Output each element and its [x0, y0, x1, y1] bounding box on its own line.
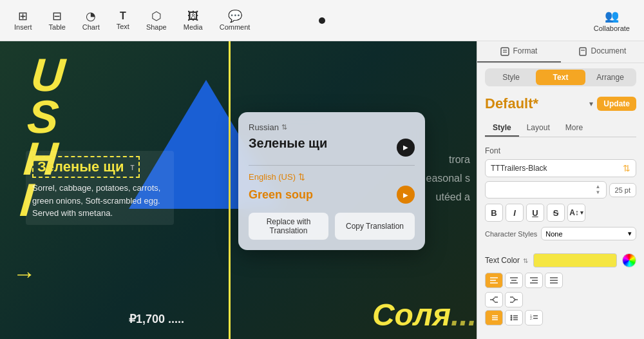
no-list-button[interactable] — [485, 310, 503, 325]
toolbar-chart[interactable]: ◔ Chart — [76, 8, 106, 34]
toolbar-table[interactable]: ⊟ Table — [43, 8, 72, 34]
char-styles-row: Character Styles None ▾ — [485, 227, 636, 240]
strikethrough-button[interactable]: S — [547, 204, 565, 222]
table-label: Table — [49, 23, 66, 31]
replace-translation-button[interactable]: Replace with Translation — [249, 213, 328, 240]
source-text: Зеленые щи — [249, 136, 327, 151]
svg-rect-3 — [580, 48, 586, 55]
font-name-select[interactable]: TTTrailers-Black ⇅ — [485, 159, 636, 177]
translation-popup: Russian ⇅ Зеленые щи ▶ English (US) ⇅ Gr… — [238, 112, 425, 250]
color-wheel-button[interactable] — [622, 253, 636, 267]
right-text-2: easonal s — [426, 170, 471, 188]
toolbar: ⊞ Insert ⊟ Table ◔ Chart T Text ⬡ Shape … — [0, 0, 644, 41]
format-tab-text[interactable]: Text — [536, 70, 585, 85]
target-lang-label: English (US) — [249, 172, 296, 182]
target-lang-arrows: ⇅ — [298, 172, 305, 182]
indent-more-button[interactable] — [505, 292, 523, 307]
price-text: ₽1,700 ..... — [129, 312, 184, 326]
italic-button[interactable]: I — [506, 204, 524, 222]
svg-point-30 — [511, 319, 513, 321]
canvas[interactable]: U S H I Зеленые щи T Sorrel, cabbage, po… — [0, 41, 477, 339]
align-left-button[interactable] — [485, 273, 503, 288]
update-style-button[interactable]: Update — [597, 97, 636, 111]
toolbar-right: 👥 Collaborate — [587, 6, 636, 35]
text-label: Text — [117, 23, 129, 30]
media-label: Media — [184, 23, 203, 31]
sub-tabs: Style Layout More — [485, 120, 636, 137]
text-color-arrows: ⇅ — [523, 257, 528, 264]
font-size-stepper-box[interactable]: ▲ ▼ — [485, 181, 607, 199]
table-icon: ⊟ — [52, 10, 62, 22]
toolbar-collaborate[interactable]: 👥 Collaborate — [587, 6, 636, 35]
translated-text: Green soup — [249, 188, 313, 202]
collaborate-icon: 👥 — [605, 9, 619, 23]
underline-button[interactable]: U — [526, 204, 544, 222]
more-text-format-button[interactable]: A↕ ▾ — [567, 204, 585, 222]
font-size-pt: 25 pt — [609, 183, 636, 197]
align-right-button[interactable] — [525, 273, 543, 288]
right-text-decoration: trога easonal s utéed a — [426, 151, 471, 206]
format-tab-arrange[interactable]: Arrange — [585, 70, 635, 85]
tab-document-label — [578, 46, 591, 55]
sub-tab-layout[interactable]: Layout — [519, 120, 558, 137]
right-panel: Format Document Style Text Arrange Def — [477, 41, 644, 339]
text-icon: T — [120, 11, 126, 21]
style-name-row: Default* ▾ Update — [485, 95, 636, 112]
svg-point-28 — [511, 317, 513, 319]
chart-icon: ◔ — [86, 10, 96, 22]
translated-text-row: Green soup ▶ — [249, 186, 415, 204]
popup-actions: Replace with Translation Copy Translatio… — [249, 213, 415, 240]
arrow-decoration: → — [13, 260, 36, 287]
source-lang-row: Russian ⇅ — [249, 122, 415, 132]
char-styles-label: Character Styles — [485, 230, 537, 238]
sub-tab-style[interactable]: Style — [485, 120, 519, 137]
char-styles-select[interactable]: None ▾ — [541, 227, 636, 240]
chart-label: Chart — [82, 23, 100, 31]
insert-icon: ⊞ — [18, 10, 28, 22]
bullet-list-button[interactable] — [505, 310, 523, 325]
toolbar-shape[interactable]: ⬡ Shape — [140, 8, 173, 34]
copy-translation-button[interactable]: Copy Translation — [335, 213, 415, 240]
shape-icon: ⬡ — [151, 10, 162, 22]
comment-label: Comment — [220, 23, 251, 31]
font-size-stepper[interactable]: ▲ ▼ — [596, 184, 601, 196]
tab-format[interactable]: Format — [477, 41, 561, 63]
svg-text:2.: 2. — [530, 316, 533, 320]
list-style-row: 1.2. — [485, 310, 636, 325]
text-color-label: Text Color ⇅ — [485, 256, 528, 265]
popup-divider — [249, 165, 415, 166]
format-tab-style[interactable]: Style — [486, 70, 536, 85]
sub-tab-more[interactable]: More — [558, 120, 591, 137]
toolbar-text[interactable]: T Text — [110, 8, 136, 33]
format-tabs: Style Text Arrange — [485, 68, 636, 86]
toolbar-comment[interactable]: 💬 Comment — [213, 8, 257, 34]
insert-label: Insert — [14, 23, 32, 31]
tab-format-label — [500, 46, 513, 55]
numbered-list-button[interactable]: 1.2. — [525, 310, 543, 325]
font-size-row: ▲ ▼ 25 pt — [485, 181, 636, 199]
align-center-button[interactable] — [505, 273, 523, 288]
toolbar-insert[interactable]: ⊞ Insert — [8, 8, 39, 34]
alignment-row-1 — [485, 273, 636, 288]
font-size-down[interactable]: ▼ — [596, 190, 601, 196]
play-source-button[interactable]: ▶ — [397, 139, 415, 157]
style-chevron-icon: ▾ — [589, 99, 593, 108]
text-color-swatch[interactable] — [533, 253, 617, 267]
source-lang-label: Russian — [249, 122, 279, 132]
toolbar-items: ⊞ Insert ⊟ Table ◔ Chart T Text ⬡ Shape … — [8, 8, 256, 34]
panel-tabs: Format Document — [477, 41, 644, 63]
target-lang-row: English (US) ⇅ — [249, 172, 415, 182]
right-text-3: utéed a — [426, 188, 471, 207]
indent-less-button[interactable] — [485, 292, 503, 307]
align-justify-button[interactable] — [545, 273, 563, 288]
shape-label: Shape — [146, 23, 167, 31]
tab-document[interactable]: Document — [561, 41, 645, 63]
toolbar-media[interactable]: 🖼 Media — [177, 8, 209, 34]
comment-icon: 💬 — [228, 10, 242, 22]
play-translation-button[interactable]: ▶ — [397, 186, 415, 204]
media-icon: 🖼 — [187, 10, 199, 22]
camera-notch — [319, 17, 325, 24]
style-name: Default* — [485, 95, 585, 112]
bold-button[interactable]: B — [485, 204, 503, 222]
collaborate-label: Collaborate — [594, 24, 630, 32]
